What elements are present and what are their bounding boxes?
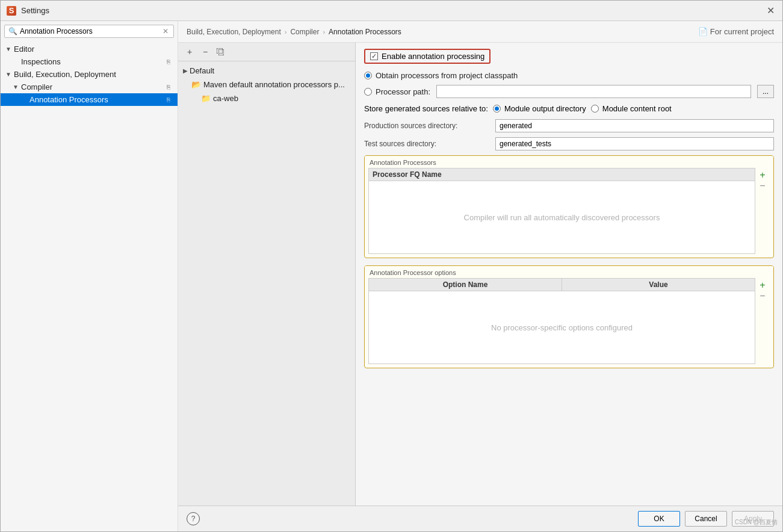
production-input[interactable] bbox=[495, 119, 774, 132]
bottom-bar: ? OK Cancel Apply bbox=[178, 506, 782, 531]
store-row: Store generated sources relative to: Mod… bbox=[364, 104, 774, 113]
radio-module-content-circle[interactable] bbox=[591, 105, 599, 113]
options-side-btns: + − bbox=[755, 278, 770, 364]
store-label: Store generated sources relative to: bbox=[364, 104, 488, 113]
production-label: Production sources directory: bbox=[364, 122, 491, 130]
tree-root-label: Default bbox=[190, 66, 214, 75]
main-content: 🔍 ✕ ▼ Editor Inspections ⎘ bbox=[1, 21, 782, 531]
sidebar-item-inspections[interactable]: Inspections ⎘ bbox=[1, 55, 178, 68]
browse-button[interactable]: ... bbox=[757, 85, 774, 98]
tree-pane: ▶ Default 📂 Maven default annotation pro… bbox=[178, 61, 355, 506]
radio-group: Obtain processors from project classpath… bbox=[364, 71, 774, 98]
search-box: 🔍 ✕ bbox=[4, 25, 174, 38]
add-button[interactable]: + bbox=[183, 45, 196, 58]
breadcrumb: Build, Execution, Deployment › Compiler … bbox=[178, 21, 782, 43]
tree-arrow-icon: ▶ bbox=[183, 67, 188, 74]
project-icon: 📄 bbox=[698, 27, 708, 36]
no-options-msg: No processor-specific options configured bbox=[491, 323, 633, 332]
production-field-row: Production sources directory: bbox=[364, 119, 774, 132]
cancel-button[interactable]: Cancel bbox=[685, 511, 727, 527]
processor-path-input[interactable] bbox=[436, 85, 751, 98]
left-pane: + − ⿻ ▶ Default 📂 Maven default annotati… bbox=[178, 43, 356, 506]
enable-checkbox-label[interactable]: ✓ Enable annotation processing bbox=[364, 49, 491, 64]
breadcrumb-sep-1: › bbox=[285, 28, 287, 36]
test-input[interactable] bbox=[495, 137, 774, 150]
right-pane: ✓ Enable annotation processing Obtain pr… bbox=[356, 43, 782, 506]
enable-checkbox[interactable]: ✓ bbox=[370, 52, 378, 60]
watermark: CSDN @西夏情 bbox=[735, 518, 778, 527]
options-title: Annotation Processor options bbox=[365, 266, 773, 278]
sidebar-item-label: Inspections bbox=[21, 57, 162, 66]
tree-grandchild-label: ca-web bbox=[213, 94, 238, 103]
sidebar-tree: ▼ Editor Inspections ⎘ ▼ Build, Executio… bbox=[1, 40, 178, 531]
test-field-row: Test sources directory: bbox=[364, 137, 774, 150]
processor-side-btns: + − bbox=[755, 168, 770, 254]
sidebar-item-label: Annotation Processors bbox=[29, 95, 162, 104]
sidebar-item-label: Compiler bbox=[21, 82, 162, 91]
breadcrumb-item-1: Build, Execution, Deployment bbox=[187, 28, 281, 36]
processor-table: Processor FQ Name Compiler will run all … bbox=[368, 168, 755, 254]
module-output-label: Module output directory bbox=[504, 104, 586, 113]
options-remove-btn[interactable]: − bbox=[758, 291, 767, 301]
processor-table-header: Processor FQ Name bbox=[369, 169, 755, 181]
sidebar-item-annotation-processors[interactable]: Annotation Processors ⎘ bbox=[1, 93, 178, 106]
radio-module-output-circle[interactable] bbox=[493, 105, 501, 113]
radio-obtain-circle[interactable] bbox=[364, 72, 372, 79]
search-clear-button[interactable]: ✕ bbox=[161, 27, 170, 36]
remove-button[interactable]: − bbox=[199, 45, 212, 58]
sidebar-item-label: Editor bbox=[14, 45, 173, 54]
processor-fq-col: Processor FQ Name bbox=[373, 170, 751, 179]
module-content-label: Module content root bbox=[602, 104, 672, 113]
folder-icon: 📂 bbox=[191, 80, 201, 89]
sidebar-item-label: Build, Execution, Deployment bbox=[14, 70, 173, 79]
breadcrumb-sep-2: › bbox=[323, 28, 325, 36]
copy-button[interactable]: ⿻ bbox=[214, 45, 227, 58]
split-pane: + − ⿻ ▶ Default 📂 Maven default annotati… bbox=[178, 43, 782, 506]
close-button[interactable]: ✕ bbox=[764, 5, 776, 17]
option-name-col: Option Name bbox=[369, 279, 562, 291]
settings-dialog: S Settings ✕ 🔍 ✕ ▼ Editor bbox=[0, 0, 783, 532]
breadcrumb-item-2: Compiler bbox=[290, 28, 319, 36]
ok-button[interactable]: OK bbox=[638, 511, 680, 527]
content-panel: Build, Execution, Deployment › Compiler … bbox=[178, 21, 782, 531]
options-add-btn[interactable]: + bbox=[758, 280, 767, 290]
value-col: Value bbox=[562, 279, 755, 291]
ext-icon: ⎘ bbox=[164, 58, 173, 66]
arrow-icon: ▼ bbox=[5, 71, 14, 78]
options-table-body: No processor-specific options configured bbox=[369, 291, 755, 363]
radio-path-label: Processor path: bbox=[376, 87, 430, 96]
breadcrumb-current: Annotation Processors bbox=[329, 28, 401, 36]
folder-icon: 📁 bbox=[201, 94, 211, 103]
app-icon: S bbox=[7, 6, 16, 16]
sidebar-item-build[interactable]: ▼ Build, Execution, Deployment bbox=[1, 68, 178, 81]
options-table: Option Name Value No processor-specific … bbox=[368, 278, 755, 364]
tree-root-item[interactable]: ▶ Default bbox=[178, 64, 355, 78]
radio-obtain-label: Obtain processors from project classpath bbox=[376, 71, 518, 80]
tree-child-item[interactable]: 📂 Maven default annotation processors p.… bbox=[178, 78, 355, 91]
processor-add-btn[interactable]: + bbox=[758, 170, 767, 180]
annotation-processors-title: Annotation Processors bbox=[365, 156, 773, 168]
processor-remove-btn[interactable]: − bbox=[758, 181, 767, 191]
radio-module-content[interactable]: Module content root bbox=[591, 104, 672, 113]
breadcrumb-project[interactable]: 📄 For current project bbox=[698, 27, 774, 36]
radio-processor-path[interactable]: Processor path: ... bbox=[364, 85, 774, 98]
project-label: For current project bbox=[710, 27, 774, 36]
dialog-title: Settings bbox=[21, 6, 764, 15]
test-label: Test sources directory: bbox=[364, 140, 491, 148]
radio-path-circle[interactable] bbox=[364, 88, 372, 96]
arrow-icon: ▼ bbox=[13, 84, 21, 90]
help-button[interactable]: ? bbox=[187, 512, 200, 525]
sidebar-item-compiler[interactable]: ▼ Compiler ⎘ bbox=[1, 81, 178, 93]
tree-grandchild-item[interactable]: 📁 ca-web bbox=[178, 91, 355, 105]
sidebar-item-editor[interactable]: ▼ Editor bbox=[1, 43, 178, 55]
toolbar: + − ⿻ bbox=[178, 43, 355, 61]
arrow-icon: ▼ bbox=[5, 46, 14, 52]
radio-obtain[interactable]: Obtain processors from project classpath bbox=[364, 71, 774, 80]
processor-empty-msg: Compiler will run all automatically disc… bbox=[464, 213, 660, 222]
options-section: Annotation Processor options Option Name… bbox=[364, 265, 774, 368]
title-bar: S Settings ✕ bbox=[1, 1, 782, 21]
radio-module-output[interactable]: Module output directory bbox=[493, 104, 586, 113]
search-input[interactable] bbox=[20, 27, 161, 36]
tree-child-label: Maven default annotation processors p... bbox=[203, 80, 345, 89]
processor-table-body: Compiler will run all automatically disc… bbox=[369, 181, 755, 253]
